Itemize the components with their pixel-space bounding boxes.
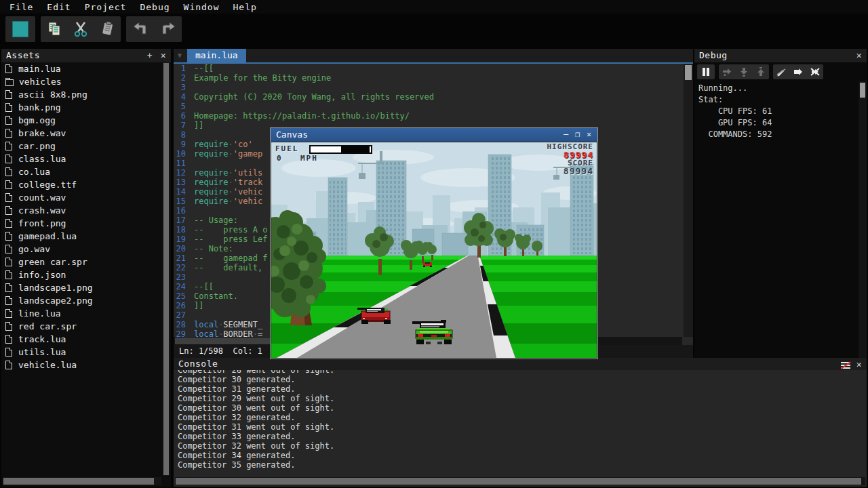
menu-help[interactable]: Help (229, 1, 261, 14)
asset-item-label: college.ttf (18, 180, 77, 190)
code-line: 3 (174, 83, 682, 92)
assets-vertical-scrollbar[interactable] (163, 62, 170, 476)
file-icon (5, 193, 12, 202)
asset-item-label: go.wav (18, 244, 50, 254)
asset-item-car-png[interactable]: car.png (1, 140, 161, 152)
console-panel-title: Console ✕ (174, 358, 867, 370)
cut-icon (72, 20, 90, 38)
asset-item-landscape1-png[interactable]: landscape1.png (1, 281, 161, 294)
assets-close-button[interactable]: ✕ (157, 49, 170, 62)
asset-item-track-lua[interactable]: track.lua (1, 333, 161, 346)
canvas-maximize-button[interactable]: ❐ (572, 128, 583, 142)
console-line: Competitor 32 went out of sight. (178, 441, 864, 451)
tab-main-lua[interactable]: main.lua (187, 49, 246, 62)
menu-window[interactable]: Window (180, 1, 224, 14)
step-into-button[interactable] (736, 65, 751, 79)
console-close-button[interactable]: ✕ (853, 358, 865, 371)
asset-item-label: red car.spr (18, 321, 77, 331)
paste-button[interactable] (96, 18, 118, 40)
code-line: 5 (174, 102, 682, 111)
copy-button[interactable] (43, 18, 65, 40)
abort-button[interactable] (808, 65, 823, 79)
pause-button[interactable] (698, 65, 713, 79)
asset-item-label: landscape2.png (18, 296, 93, 306)
canvas-close-button[interactable]: ✕ (583, 128, 595, 142)
asset-item-bgm-ogg[interactable]: bgm.ogg (1, 114, 161, 127)
step-over-button[interactable] (719, 65, 734, 79)
asset-item-go-wav[interactable]: go.wav (1, 243, 161, 256)
menu-edit[interactable]: Edit (43, 1, 75, 14)
asset-item-gamepad-lua[interactable]: gamepad.lua (1, 230, 161, 243)
toolbar-group-history (126, 16, 182, 42)
menu-project[interactable]: Project (81, 1, 131, 14)
asset-item-count-wav[interactable]: count.wav (1, 191, 161, 204)
asset-item-label: green car.spr (18, 257, 87, 267)
editor-vertical-scrollbar[interactable] (684, 64, 693, 337)
undo-button[interactable] (130, 18, 151, 40)
asset-item-crash-wav[interactable]: crash.wav (1, 204, 161, 217)
continue-button[interactable] (791, 65, 806, 79)
distant-red-car (423, 262, 432, 267)
redo-button[interactable] (157, 18, 179, 40)
debug-close-button[interactable]: ✕ (853, 49, 865, 62)
asset-item-label: bgm.ogg (18, 115, 56, 125)
toggle-breakpoint-button[interactable] (774, 65, 789, 79)
asset-item-class-lua[interactable]: class.lua (1, 152, 161, 165)
file-icon (5, 155, 12, 163)
console-output: Competitor 28 went out of sight.Competit… (174, 370, 864, 476)
asset-item-label: car.png (18, 141, 56, 151)
asset-item-line-lua[interactable]: line.lua (1, 307, 161, 320)
asset-item-college-ttf[interactable]: college.ttf (1, 178, 161, 191)
add-asset-button[interactable]: + (144, 49, 156, 62)
asset-item-label: count.wav (18, 192, 66, 203)
asset-item-info-json[interactable]: info.json (1, 268, 161, 281)
canvas-window-titlebar[interactable]: Canvas — ❐ ✕ (271, 128, 597, 142)
asset-item-label: class.lua (18, 154, 66, 164)
step-out-button[interactable] (753, 65, 768, 79)
asset-item-brake-wav[interactable]: brake.wav (1, 127, 161, 140)
asset-item-label: crash.wav (18, 205, 66, 216)
run-button[interactable] (9, 18, 31, 40)
assets-horizontal-scrollbar[interactable] (3, 477, 161, 485)
canvas-minimize-button[interactable]: — (560, 128, 572, 142)
assets-list: main.luavehiclesascii 8x8.pngbank.pngbgm… (1, 62, 161, 476)
debug-vertical-scrollbar[interactable] (859, 81, 867, 358)
run-icon (12, 21, 28, 37)
asset-item-vehicles[interactable]: vehicles (1, 75, 161, 88)
debug-line: GPU FPS: 64 (698, 117, 857, 129)
asset-item-bank-png[interactable]: bank.png (1, 101, 161, 114)
asset-item-ascii-8x8-png[interactable]: ascii 8x8.png (1, 88, 161, 101)
asset-item-landscape2-png[interactable]: landscape2.png (1, 294, 161, 307)
asset-item-green-car-spr[interactable]: green car.spr (1, 256, 161, 268)
file-icon (5, 258, 12, 266)
file-icon (5, 335, 12, 344)
tab-list-dropdown[interactable]: ▼ (174, 49, 186, 62)
asset-item-vehicle-lua[interactable]: vehicle.lua (1, 359, 161, 371)
debug-panel-title: Debug ✕ (694, 49, 867, 62)
asset-item-main-lua[interactable]: main.lua (1, 62, 161, 75)
paste-icon (98, 20, 116, 38)
debug-toolbar (694, 64, 867, 80)
asset-item-utils-lua[interactable]: utils.lua (1, 346, 161, 359)
game-viewport[interactable]: FUEL 0 MPH HIGHSCORE 89994 SCORE 89994 (271, 142, 597, 358)
asset-item-label: brake.wav (18, 128, 66, 138)
copy-icon (45, 20, 63, 38)
file-icon (5, 322, 12, 331)
file-icon (5, 180, 12, 189)
menu-file[interactable]: File (5, 1, 37, 14)
file-icon (5, 219, 12, 228)
cut-button[interactable] (70, 18, 92, 40)
app-window: FileEditProjectDebugWindowHelp (0, 0, 868, 488)
file-icon (5, 309, 12, 318)
asset-item-label: landscape1.png (18, 283, 93, 293)
debug-title-label: Debug (699, 50, 728, 60)
console-panel: Console ✕ Competitor 28 went out of sigh… (174, 358, 867, 487)
console-line: Competitor 33 generated. (178, 432, 864, 441)
console-horizontal-scrollbar[interactable] (175, 477, 865, 485)
menu-debug[interactable]: Debug (136, 1, 174, 14)
file-icon (5, 142, 12, 150)
asset-item-co-lua[interactable]: co.lua (1, 165, 161, 178)
file-icon (5, 348, 12, 357)
asset-item-front-png[interactable]: front.png (1, 217, 161, 230)
asset-item-red-car-spr[interactable]: red car.spr (1, 320, 161, 333)
